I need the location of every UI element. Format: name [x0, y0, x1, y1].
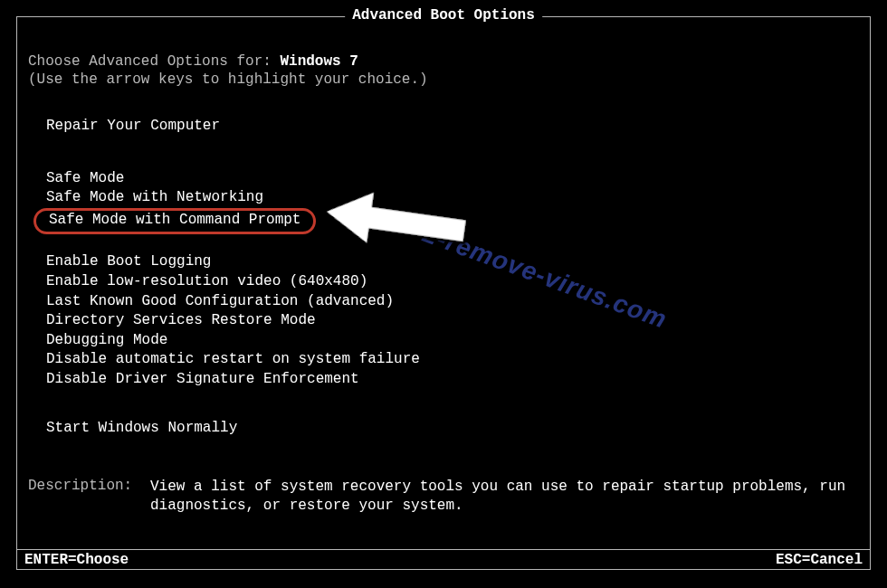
option-ds-restore[interactable]: Directory Services Restore Mode	[46, 311, 859, 331]
group-normal: Start Windows Normally	[28, 419, 859, 439]
group-safemode: Safe Mode Safe Mode with Networking Safe…	[28, 169, 859, 235]
option-safe-mode-cmd[interactable]: Safe Mode with Command Prompt	[46, 208, 859, 235]
option-safe-mode[interactable]: Safe Mode	[46, 169, 859, 189]
highlighted-option[interactable]: Safe Mode with Command Prompt	[33, 208, 316, 235]
option-start-normally[interactable]: Start Windows Normally	[46, 419, 859, 439]
option-debug-mode[interactable]: Debugging Mode	[46, 331, 859, 351]
option-disable-driver-sig[interactable]: Disable Driver Signature Enforcement	[46, 370, 859, 390]
footer-enter: ENTER=Choose	[24, 552, 129, 568]
description-block: Description: View a list of system recov…	[28, 478, 859, 517]
group-repair: Repair Your Computer	[28, 117, 859, 137]
group-advanced: Enable Boot Logging Enable low-resolutio…	[28, 252, 859, 389]
title-bar: Advanced Boot Options	[345, 7, 542, 24]
footer-esc: ESC=Cancel	[776, 552, 863, 568]
option-low-res[interactable]: Enable low-resolution video (640x480)	[46, 272, 859, 292]
prompt-prefix: Choose Advanced Options for:	[28, 53, 280, 70]
footer-bar: ENTER=Choose ESC=Cancel	[17, 549, 870, 570]
option-safe-mode-networking[interactable]: Safe Mode with Networking	[46, 188, 859, 208]
option-boot-logging[interactable]: Enable Boot Logging	[46, 252, 859, 272]
option-disable-restart[interactable]: Disable automatic restart on system fail…	[46, 350, 859, 370]
prompt-line: Choose Advanced Options for: Windows 7	[28, 53, 859, 70]
description-text: View a list of system recovery tools you…	[150, 478, 859, 517]
content-area: Choose Advanced Options for: Windows 7 (…	[17, 17, 870, 438]
boot-menu-frame: Advanced Boot Options Choose Advanced Op…	[16, 16, 871, 570]
option-last-known-good[interactable]: Last Known Good Configuration (advanced)	[46, 292, 859, 312]
arrow-hint: (Use the arrow keys to highlight your ch…	[28, 71, 859, 88]
description-label: Description:	[28, 478, 150, 517]
option-repair-computer[interactable]: Repair Your Computer	[46, 117, 859, 137]
os-name: Windows 7	[280, 53, 358, 70]
